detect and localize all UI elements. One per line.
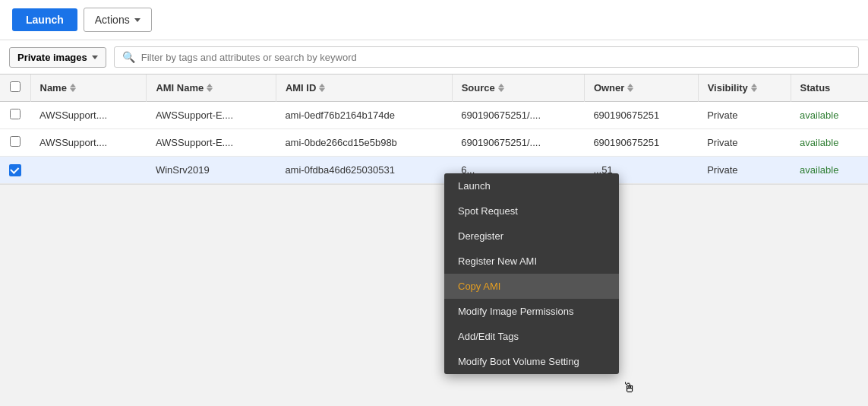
cell-status: available (791, 129, 868, 157)
cell-source: 690190675251/.... (452, 129, 584, 157)
filter-dropdown-caret-icon (92, 56, 98, 59)
select-all-checkbox[interactable] (10, 81, 21, 92)
cell-visibility: Private (698, 102, 791, 129)
row-checkbox[interactable] (10, 136, 21, 147)
table-container: Name AMI Name (0, 75, 868, 185)
col-header-source[interactable]: Source (452, 75, 584, 102)
context-menu-item[interactable]: Copy AMI (444, 274, 619, 299)
checkbox-checked[interactable] (9, 164, 21, 176)
col-header-visibility[interactable]: Visibility (698, 75, 791, 102)
search-wrapper: 🔍 (114, 46, 859, 68)
ami-id-sort-icon (319, 84, 325, 92)
table-row[interactable]: AWSSupport....AWSSupport-E....ami-0edf76… (0, 102, 868, 129)
cell-ami_name: WinSrv2019 (147, 157, 276, 184)
context-menu: LaunchSpot RequestDeregisterRegister New… (444, 173, 619, 374)
launch-button[interactable]: Launch (12, 8, 77, 31)
cell-status: available (791, 157, 868, 184)
context-menu-item[interactable]: Deregister (444, 224, 619, 249)
cursor-pointer: 🖱 (623, 380, 636, 396)
table-row[interactable]: AWSSupport....AWSSupport-E....ami-0bde26… (0, 129, 868, 157)
visibility-sort-icon (751, 84, 757, 92)
cell-name: AWSSupport.... (30, 129, 147, 157)
col-header-name[interactable]: Name (30, 75, 147, 102)
row-checkbox[interactable] (10, 109, 21, 119)
private-images-dropdown[interactable]: Private images (9, 47, 106, 68)
filter-bar: Private images 🔍 (0, 40, 868, 75)
context-menu-item[interactable]: Modify Boot Volume Setting (444, 349, 619, 374)
row-checkbox-cell[interactable] (0, 157, 30, 184)
owner-sort-icon (627, 84, 633, 92)
row-checkbox-cell[interactable] (0, 129, 30, 157)
source-sort-icon (498, 84, 504, 92)
search-icon: 🔍 (122, 51, 135, 63)
search-input[interactable] (141, 52, 851, 63)
actions-label: Actions (95, 14, 130, 26)
cell-visibility: Private (698, 157, 791, 184)
context-menu-item[interactable]: Add/Edit Tags (444, 324, 619, 349)
cell-visibility: Private (698, 129, 791, 157)
actions-caret-icon (134, 18, 140, 22)
table-row[interactable]: WinSrv2019ami-0fdba46d6250305316......51… (0, 157, 868, 184)
cell-name (30, 157, 147, 184)
toolbar: Launch Actions (0, 0, 868, 40)
cell-owner: 690190675251 (584, 129, 698, 157)
cell-source: 690190675251/.... (452, 102, 584, 129)
row-checkbox-cell[interactable] (0, 102, 30, 129)
col-header-ami-id[interactable]: AMI ID (276, 75, 452, 102)
context-menu-item[interactable]: Modify Image Permissions (444, 299, 619, 324)
name-sort-icon (70, 84, 76, 92)
cell-owner: 690190675251 (584, 102, 698, 129)
cell-ami_id: ami-0edf76b2164b174de (276, 102, 452, 129)
cell-name: AWSSupport.... (30, 102, 147, 129)
cell-ami_id: ami-0fdba46d625030531 (276, 157, 452, 184)
context-menu-item[interactable]: Launch (444, 173, 619, 198)
cell-ami_id: ami-0bde266cd15e5b98b (276, 129, 452, 157)
actions-button[interactable]: Actions (84, 8, 152, 32)
col-header-checkbox[interactable] (0, 75, 30, 102)
context-menu-item[interactable]: Spot Request (444, 198, 619, 224)
table-header-row: Name AMI Name (0, 75, 868, 102)
ami-table: Name AMI Name (0, 75, 868, 184)
cell-status: available (791, 102, 868, 129)
col-header-owner[interactable]: Owner (584, 75, 698, 102)
context-menu-item[interactable]: Register New AMI (444, 249, 619, 274)
col-header-status[interactable]: Status (791, 75, 868, 102)
cell-ami_name: AWSSupport-E.... (147, 102, 276, 129)
filter-dropdown-label: Private images (17, 52, 87, 63)
cell-ami_name: AWSSupport-E.... (147, 129, 276, 157)
col-header-ami-name[interactable]: AMI Name (147, 75, 276, 102)
ami-name-sort-icon (207, 84, 213, 92)
